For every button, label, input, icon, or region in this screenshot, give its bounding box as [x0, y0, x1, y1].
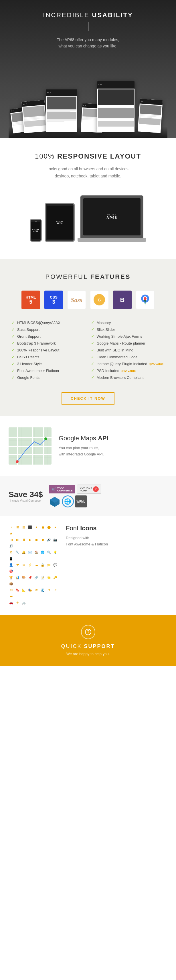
feature-slick: ✓ Slick Slider [91, 326, 165, 333]
check-it-now-button[interactable]: CHECK IT NOW [62, 392, 114, 404]
font-icon-40: 📌 [27, 575, 33, 580]
device-phone: WE AREAP68 [30, 219, 42, 242]
check-icon: ✓ [91, 361, 94, 366]
support-title: QUICK SUPPORT [9, 643, 167, 649]
font-icon-5: ♦ [34, 525, 39, 530]
font-icon-29: ❤ [15, 562, 20, 568]
wpml-badge: WPML [75, 495, 87, 508]
font-icon-23: 🏠 [34, 550, 39, 555]
font-icon-52: ⬆ [46, 587, 51, 593]
section-features: POWERFUL FEATURES HTML 5 CSS 3 Sass G B [0, 259, 176, 416]
font-icon-26: 💡 [53, 550, 58, 555]
features-list: ✓ HTML5/CSS/jQuery/AJAX ✓ Sass Support ✓… [11, 319, 165, 381]
check-icon: ✓ [11, 341, 15, 345]
font-icon-18: 🎵 [9, 543, 14, 549]
device-tablet: WE AREAP68 [45, 203, 75, 242]
font-icon-27: 📱 [9, 556, 14, 561]
font-icon-45: 📦 [9, 581, 14, 586]
feature-bootstrap: ✓ Bootstrap 3 Framework [11, 340, 85, 347]
feature-responsive: ✓ 100% Responsive Layout [11, 347, 85, 353]
visual-composer-icon [49, 495, 61, 508]
title-divider [88, 22, 88, 31]
font-icon-39: 🎨 [21, 575, 26, 580]
screen-mockup-e [138, 99, 163, 133]
font-icon-48: 📐 [21, 587, 26, 593]
check-icon: ✓ [91, 320, 94, 325]
globe-icon: 🌐 [62, 495, 74, 508]
font-icons-description: Designed with Font Awesome & Flaticon [66, 535, 108, 547]
section-quick-support: QUICK SUPPORT We are happy to help you. [0, 615, 176, 666]
check-icon: ✓ [91, 355, 94, 359]
contactform-logo: CONTACTFORM 7 [77, 485, 101, 494]
font-icon-43: 🌟 [46, 575, 51, 580]
font-icon-11: ⏭ [15, 537, 20, 542]
feature-browsers: ✓ Modern Browsers Compliant [91, 374, 165, 381]
check-icon: ✓ [11, 355, 15, 359]
feature-masonry: ✓ Masonry [91, 319, 165, 326]
feature-fontawesome: ✓ Font Awesome + Flaticon [11, 367, 85, 374]
maps-text: Google Maps API You can plan your route,… [59, 434, 109, 457]
usability-title: INCREDIBLE USABILITY [9, 11, 167, 19]
bootstrap-icon: B [113, 291, 132, 309]
check-icon: ✓ [11, 334, 15, 339]
font-icon-55: 🚗 [9, 600, 14, 605]
screen-mockup-a [21, 100, 47, 134]
svg-marker-6 [144, 302, 146, 306]
feature-css3: ✓ CSS3 Effects [11, 353, 85, 360]
maps-title: Google Maps API [59, 434, 109, 442]
check-icon: ✓ [91, 375, 94, 380]
check-icon: ✓ [91, 327, 94, 332]
font-icon-4: ⬛ [27, 525, 33, 530]
svg-point-4 [144, 297, 147, 300]
font-icon-22: 📧 [27, 550, 33, 555]
device-laptop: WE ARE AP68 [78, 196, 146, 242]
sass-icon: Sass [67, 291, 86, 309]
mockup-screens [9, 58, 167, 138]
html5-icon: HTML 5 [21, 291, 40, 309]
route-svg [9, 428, 51, 465]
feature-google-fonts: ✓ Google Fonts [11, 374, 85, 381]
check-icon: ✓ [11, 327, 15, 332]
font-icon-33: 🔒 [40, 562, 45, 568]
font-icon-3: ▤ [21, 525, 26, 530]
check-icon: ✓ [91, 348, 94, 352]
feature-grunt: ✓ Grunt Support [11, 333, 85, 340]
font-icons-display: ♪ ⊞ ▤ ⬛ ♦ ◼ ⬤ ▲ ★ ⏮ ⏭ ⏸ ▶ ⏹ ⏺ 🔊 📷 🎵 ⚙ 🔧 … [9, 525, 60, 606]
check-icon: ✓ [91, 334, 94, 339]
google-maps-icon [136, 291, 155, 309]
font-icon-2: ⊞ [15, 525, 20, 530]
font-icon-47: 🔖 [15, 587, 20, 593]
woocommerce-logo: 🛒 WOOCOMMERCE [49, 485, 75, 493]
font-icon-34: 📁 [46, 562, 51, 568]
check-icon: ✓ [11, 348, 15, 352]
font-icon-51: 🌊 [40, 587, 45, 593]
font-icon-28: 👤 [9, 562, 14, 568]
font-icon-30: ✉ [21, 562, 26, 568]
check-icon: ✓ [11, 368, 15, 373]
font-icon-49: 🎭 [27, 587, 33, 593]
svg-point-8 [44, 438, 47, 440]
tech-icons-row: HTML 5 CSS 3 Sass G B [11, 291, 165, 309]
responsive-description: Looks good on all browsers and on all de… [9, 165, 167, 180]
font-icon-19: ⚙ [9, 550, 14, 555]
responsive-title: 100% RESPONSIVE LAYOUT [9, 152, 167, 160]
font-icon-25: 🔍 [46, 550, 51, 555]
screen-mockup-d [97, 81, 134, 132]
check-icon: ✓ [11, 320, 15, 325]
features-left-col: ✓ HTML5/CSS/jQuery/AJAX ✓ Sass Support ✓… [11, 319, 85, 381]
map-preview [9, 428, 51, 465]
screen-mockup-b [46, 89, 77, 132]
feature-ajax-forms: ✓ Working Simple Ajax Forms [91, 333, 165, 340]
font-icon-8: ▲ [53, 525, 58, 530]
font-icon-14: ⏹ [34, 537, 39, 542]
font-icon-7: ⬤ [46, 525, 51, 530]
svg-point-7 [16, 460, 19, 463]
font-icon-38: 📊 [15, 575, 20, 580]
check-icon: ✓ [91, 368, 94, 373]
feature-sass: ✓ Sass Support [11, 326, 85, 333]
feature-google-maps: ✓ Google Maps - Route planner [91, 340, 165, 347]
font-icon-16: 🔊 [46, 537, 51, 542]
save-include: Include Visual Composer [9, 499, 43, 502]
feature-html5-ajax: ✓ HTML5/CSS/jQuery/AJAX [11, 319, 85, 326]
section-font-icons: ♪ ⊞ ▤ ⬛ ♦ ◼ ⬤ ▲ ★ ⏮ ⏭ ⏸ ▶ ⏹ ⏺ 🔊 📷 🎵 ⚙ 🔧 … [0, 516, 176, 615]
